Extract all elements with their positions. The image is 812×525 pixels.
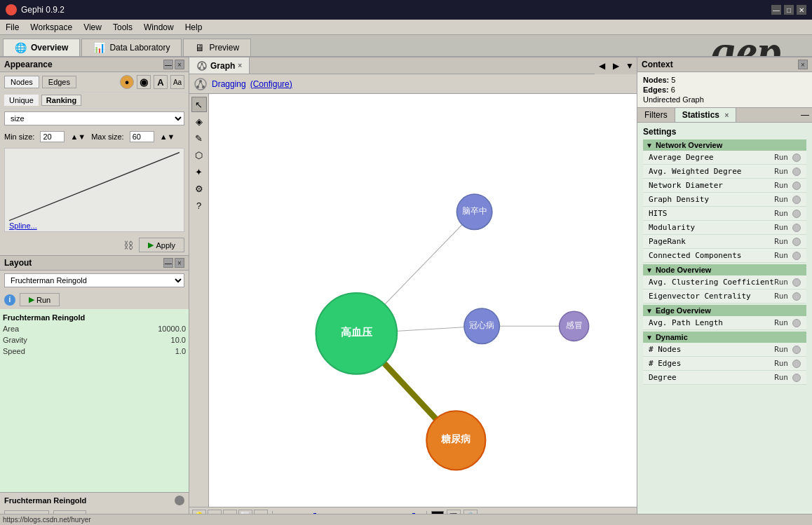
size-select[interactable]: size <box>4 111 184 125</box>
run-modularity[interactable]: Run <box>774 223 788 232</box>
menu-tools[interactable]: Tools <box>107 21 138 34</box>
layout-info-button[interactable]: i <box>4 294 15 306</box>
apply-button[interactable]: ▶ Apply <box>139 238 184 252</box>
pencil-tool[interactable]: ✎ <box>191 130 207 146</box>
statistics-tab[interactable]: Statistics × <box>675 108 737 122</box>
dot-network-diameter[interactable] <box>792 182 801 190</box>
graph-canvas[interactable]: ↖ ◈ ✎ ⬡ ✦ ⚙ ? <box>189 94 637 507</box>
menu-workspace[interactable]: Workspace <box>25 21 78 34</box>
graph-tab-icon <box>196 60 208 71</box>
dot-modularity[interactable] <box>792 224 801 232</box>
min-size-label: Min size: <box>4 132 34 141</box>
context-close-button[interactable]: × <box>798 60 808 69</box>
appearance-controls[interactable]: — × <box>163 60 184 69</box>
run-graph-density[interactable]: Run <box>774 195 788 204</box>
stats-minimize-button[interactable]: — <box>801 110 809 120</box>
graph-nav-next[interactable]: ▶ <box>609 57 623 74</box>
dot-connected-components[interactable] <box>792 252 801 260</box>
lasso-tool[interactable]: ⬡ <box>191 147 207 163</box>
nodes-tab[interactable]: Nodes <box>4 76 39 88</box>
paint-tool[interactable]: ◈ <box>191 114 207 129</box>
label-color-icon[interactable]: A <box>154 75 168 89</box>
size-icon[interactable]: ◉ <box>137 75 151 89</box>
run-eigenvector[interactable]: Run <box>774 292 788 301</box>
run-pagerank[interactable]: Run <box>774 237 788 246</box>
dynamic-header[interactable]: ▼ Dynamic <box>643 332 806 343</box>
layout-minimize-button[interactable]: — <box>163 258 173 268</box>
dot-pagerank[interactable] <box>792 238 801 246</box>
close-window-button[interactable]: ✕ <box>797 5 806 15</box>
run-edges[interactable]: Run <box>774 359 788 368</box>
ranking-tab[interactable]: Ranking <box>41 95 81 106</box>
network-overview-header[interactable]: ▼ Network Overview <box>643 139 806 151</box>
appearance-close-button[interactable]: × <box>175 60 184 69</box>
menu-view[interactable]: View <box>78 21 107 34</box>
menu-file[interactable]: File <box>0 21 25 34</box>
layout-run-button[interactable]: ▶ Run <box>20 293 60 306</box>
app-title: Gephi 0.9.2 <box>21 5 65 15</box>
dot-avg-degree[interactable] <box>792 154 801 162</box>
stats-scroll-area[interactable]: ▼ Network Overview Average Degree Run Av… <box>643 139 806 386</box>
graph-tab-close[interactable]: × <box>238 62 242 69</box>
maximize-window-button[interactable]: □ <box>784 5 794 15</box>
stats-item-network-diameter: Network Diameter Run <box>643 179 806 193</box>
settings-tool[interactable]: ⚙ <box>191 181 207 196</box>
run-avg-degree[interactable]: Run <box>774 153 788 162</box>
node-overview-title: Node Overview <box>656 266 711 274</box>
titlebar-controls[interactable]: — □ ✕ <box>771 5 806 15</box>
menu-window[interactable]: Window <box>138 21 180 34</box>
graph-nav-menu[interactable]: ▼ <box>623 57 637 74</box>
dot-edges[interactable] <box>792 360 801 368</box>
run-avg-weighted[interactable]: Run <box>774 167 788 176</box>
graph-type-label: Undirected Graph <box>643 95 704 104</box>
run-hits[interactable]: Run <box>774 209 788 218</box>
max-size-input[interactable] <box>130 131 154 142</box>
transform-tool[interactable]: ✦ <box>191 164 207 179</box>
help-tool[interactable]: ? <box>191 198 207 213</box>
run-nodes[interactable]: Run <box>774 345 788 354</box>
layout-run-row: i ▶ Run <box>0 290 189 309</box>
dot-path-length[interactable] <box>792 319 801 327</box>
stats-close-button[interactable]: × <box>724 111 729 119</box>
run-clustering[interactable]: Run <box>774 278 788 287</box>
dot-avg-weighted[interactable] <box>792 168 801 176</box>
dot-eigenvector[interactable] <box>792 292 801 301</box>
dot-degree[interactable] <box>792 374 801 382</box>
min-size-input[interactable] <box>40 131 65 142</box>
left-tools: ↖ ◈ ✎ ⬡ ✦ ⚙ ? <box>189 94 209 507</box>
spline-button[interactable]: Spline... <box>9 221 180 230</box>
tab-data-laboratory[interactable]: 📊 Data Laboratory <box>81 39 182 56</box>
node-overview-header[interactable]: ▼ Node Overview <box>643 264 806 275</box>
label-size-icon[interactable]: Aa <box>170 75 184 89</box>
graph-tab[interactable]: Graph × <box>189 57 250 74</box>
color-icon[interactable]: ● <box>120 75 134 89</box>
layout-algorithm-select[interactable]: Fruchterman Reingold <box>4 273 184 287</box>
layout-controls[interactable]: — × <box>163 258 184 268</box>
dot-nodes[interactable] <box>792 346 801 354</box>
layout-close-button[interactable]: × <box>175 258 184 268</box>
tab-preview[interactable]: 🖥 Preview <box>183 39 251 56</box>
run-connected-components[interactable]: Run <box>774 251 788 260</box>
configure-link[interactable]: (Configure) <box>250 79 292 89</box>
run-path-length[interactable]: Run <box>774 318 788 327</box>
run-degree[interactable]: Run <box>774 373 788 382</box>
stats-item-hits: HITS Run <box>643 207 806 221</box>
dot-graph-density[interactable] <box>792 196 801 204</box>
tab-overview[interactable]: 🌐 Overview <box>3 39 80 56</box>
graph-nav-prev[interactable]: ◀ <box>595 57 609 74</box>
select-tool[interactable]: ↖ <box>191 97 207 112</box>
dot-hits[interactable] <box>792 210 801 218</box>
edge-overview-header[interactable]: ▼ Edge Overview <box>643 305 806 316</box>
run-network-diameter[interactable]: Run <box>774 181 788 190</box>
apply-row: ⛓ ▶ Apply <box>0 235 189 255</box>
menu-help[interactable]: Help <box>180 21 208 34</box>
network-overview-arrow: ▼ <box>646 142 653 149</box>
minimize-window-button[interactable]: — <box>771 5 781 15</box>
appearance-minimize-button[interactable]: — <box>163 60 173 69</box>
unique-tab[interactable]: Unique <box>4 95 39 106</box>
edges-tab[interactable]: Edges <box>42 76 76 88</box>
context-controls[interactable]: × <box>798 60 808 69</box>
filters-tab[interactable]: Filters <box>637 108 675 122</box>
dot-clustering[interactable] <box>792 278 801 287</box>
stats-item-degree: Degree Run <box>643 371 806 385</box>
